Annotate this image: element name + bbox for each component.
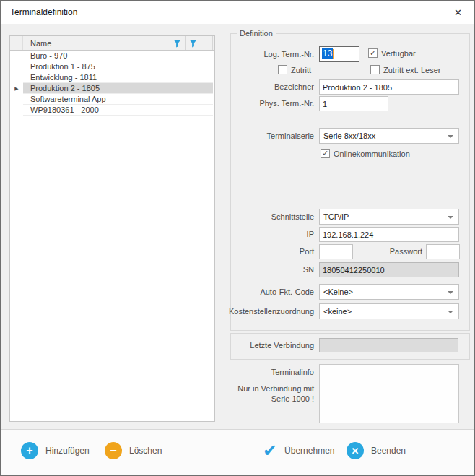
footer-bar: + Hinzufügen − Löschen ✔ Übernehmen ✕ Be… (1, 429, 474, 475)
terminalinfo-textarea[interactable] (319, 364, 459, 423)
list-item-label[interactable]: Entwicklung - 1811 (23, 72, 186, 83)
hinzufuegen-button[interactable]: + Hinzufügen (21, 441, 90, 460)
row-gutter (10, 105, 23, 116)
check-icon: ✓ (370, 48, 376, 57)
list-header-gutter (10, 36, 23, 50)
list-item[interactable]: Entwicklung - 1811 (10, 72, 214, 83)
kostenstellenzuordnung-label: Kostenstellenzuordnung (229, 307, 314, 316)
list-item-label[interactable]: WP9180361 - 2000 (23, 105, 186, 116)
kostenstellenzuordnung-value: <keine> (323, 307, 352, 316)
zutritt-label[interactable]: Zutritt (291, 66, 311, 74)
terminalinfo-note-line2: Serie 1000 ! (271, 394, 314, 403)
text-caret (333, 49, 334, 59)
current-row-marker-icon: ▶ (10, 83, 23, 94)
list-item-col2 (186, 94, 213, 105)
terminalserie-dropdown[interactable]: Serie 8xx/18xx (319, 128, 459, 144)
list-header-col2[interactable] (186, 36, 213, 50)
close-button[interactable]: ✕ (442, 1, 474, 24)
close-icon: ✕ (454, 7, 462, 18)
titlebar: Terminaldefinition ✕ (1, 1, 474, 24)
passwort-input[interactable] (426, 244, 460, 259)
list-item-label[interactable]: Produktion 2 - 1805 (23, 83, 186, 94)
window-title: Terminaldefinition (10, 7, 77, 17)
list-item-col2 (186, 61, 213, 72)
terminal-list[interactable]: Name Büro - 970 Produktion 1 - 875 (9, 35, 215, 422)
chevron-down-icon (448, 311, 453, 313)
zutritt-checkbox[interactable] (278, 65, 287, 74)
beenden-label: Beenden (371, 446, 406, 456)
letzte-verbindung-label: Letzte Verbindung (250, 341, 314, 350)
list-item[interactable]: Produktion 1 - 875 (10, 61, 214, 72)
bezeichner-label: Bezeichner (274, 82, 314, 91)
name-column-header: Name (30, 39, 51, 48)
list-header: Name (10, 36, 214, 51)
row-gutter (10, 72, 23, 83)
port-label: Port (300, 247, 314, 256)
hinzufuegen-label: Hinzufügen (45, 446, 90, 456)
terminalinfo-note-line1: Nur in Verbindung mit (238, 384, 314, 393)
list-item-label[interactable]: Büro - 970 (23, 51, 186, 61)
list-item[interactable]: WP9180361 - 2000 (10, 105, 214, 116)
auto-fkt-code-label: Auto-Fkt.-Code (260, 287, 314, 296)
auto-fkt-code-dropdown[interactable]: <Keine> (319, 284, 459, 300)
terminalserie-label: Terminalserie (267, 131, 314, 140)
list-item-selected[interactable]: ▶ Produktion 2 - 1805 (10, 83, 214, 94)
row-gutter (10, 94, 23, 105)
port-input[interactable] (319, 244, 353, 259)
ip-label: IP (307, 230, 314, 238)
minus-icon: − (105, 442, 122, 459)
phys-term-nr-input[interactable] (319, 96, 388, 111)
list-item-col2 (186, 105, 213, 116)
plus-icon: + (21, 442, 38, 459)
beenden-button[interactable]: ✕ Beenden (347, 441, 406, 460)
list-header-spacer (213, 36, 214, 50)
schnittstelle-value: TCP/IP (323, 212, 349, 221)
phys-term-nr-label: Phys. Term.-Nr. (259, 99, 314, 108)
onlinekommunikation-checkbox[interactable]: ✓ (321, 149, 330, 158)
verfuegbar-label[interactable]: Verfügbar (381, 49, 416, 58)
terminal-definition-dialog: Terminaldefinition ✕ Name Büro - 970 (0, 0, 475, 476)
row-gutter (10, 61, 23, 72)
list-item[interactable]: Büro - 970 (10, 51, 214, 61)
row-gutter (10, 51, 23, 61)
loeschen-label: Löschen (129, 446, 162, 456)
sn-label: SN (303, 265, 314, 274)
log-term-nr-value: 13 (322, 48, 333, 59)
bezeichner-input[interactable] (319, 79, 459, 95)
list-item-label[interactable]: Softwareterminal App (23, 94, 186, 105)
log-term-nr-label: Log. Term.-Nr. (264, 50, 315, 59)
log-term-nr-input[interactable]: 13 (319, 46, 359, 62)
schnittstelle-dropdown[interactable]: TCP/IP (319, 209, 459, 225)
letzte-verbindung-field (319, 338, 458, 352)
list-item-col2 (186, 72, 213, 83)
chevron-down-icon (448, 216, 453, 219)
terminalserie-value: Serie 8xx/18xx (323, 131, 375, 140)
uebernehmen-button[interactable]: ✔ Übernehmen (263, 441, 334, 460)
sn-field (319, 262, 459, 277)
chevron-down-icon (448, 291, 453, 294)
schnittstelle-label: Schnittstelle (271, 212, 314, 221)
loeschen-button[interactable]: − Löschen (105, 441, 162, 460)
terminalinfo-label: Terminalinfo (271, 368, 314, 376)
uebernehmen-label: Übernehmen (284, 446, 334, 456)
list-item-col2 (186, 83, 213, 94)
onlinekommunikation-label[interactable]: Onlinekommunikation (334, 150, 410, 158)
list-header-name[interactable]: Name (23, 36, 186, 50)
verfuegbar-checkbox[interactable]: ✓ (368, 48, 378, 58)
filter-icon[interactable] (173, 39, 181, 48)
ip-input[interactable] (319, 227, 459, 242)
definition-group-caption: Definition (237, 29, 276, 38)
list-item[interactable]: Softwareterminal App (10, 94, 214, 105)
filter-icon[interactable] (189, 39, 197, 48)
list-item-label[interactable]: Produktion 1 - 875 (23, 61, 186, 72)
check-icon: ✓ (322, 149, 328, 157)
kostenstellenzuordnung-dropdown[interactable]: <keine> (319, 303, 459, 319)
zutritt-ext-leser-label[interactable]: Zutritt ext. Leser (383, 66, 440, 74)
checkmark-icon: ✔ (263, 442, 277, 459)
passwort-label: Passwort (390, 247, 422, 256)
close-x-icon: ✕ (347, 442, 364, 459)
list-item-col2 (186, 51, 213, 61)
zutritt-ext-leser-checkbox[interactable] (370, 65, 380, 74)
chevron-down-icon (448, 135, 453, 138)
auto-fkt-code-value: <Keine> (323, 287, 353, 296)
